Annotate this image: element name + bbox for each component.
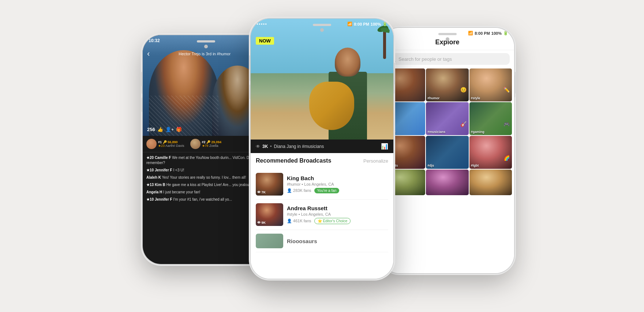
- rank2-name: ★78 Zoella: [202, 144, 222, 148]
- cell-label-3: #style: [471, 96, 480, 100]
- broadcast-thumb-3: [256, 234, 283, 248]
- center-phone-screen: ●●●●● 📶 8:00 PM 100% 🔋: [251, 19, 393, 279]
- broadcast-item-2[interactable]: 👁 9K Andrea Russett #style • Los Angeles…: [256, 200, 388, 230]
- chat-msg-4: ★13 Kim B He gave me a kiss at Playlist …: [146, 182, 265, 187]
- center-phone-camera: [320, 28, 324, 32]
- center-time: 8:00 PM: [354, 22, 369, 26]
- chat-msg-3: Alaleh K Yes! Your stories are really so…: [146, 175, 265, 180]
- viewer-count: 256: [147, 127, 155, 132]
- broadcast-item-1[interactable]: 👁 7K King Bach #humor • Los Angeles, CA …: [256, 169, 388, 200]
- left-status-time: 10:32: [149, 38, 160, 43]
- phone-right-top: [381, 28, 514, 57]
- add-friend-icon[interactable]: 👤+: [165, 127, 174, 132]
- left-phone-camera: [204, 45, 208, 48]
- chat-msg-6: ★10 Jennifer F I'm your #1 fan, i've wat…: [146, 197, 265, 202]
- center-battery: 100%: [371, 22, 381, 26]
- right-phone-power: [514, 75, 515, 97]
- center-phone-power: [393, 70, 394, 94]
- fan-badge-1: You're a fan: [314, 188, 340, 193]
- video-eye-count: 3K: [262, 144, 268, 149]
- broadcast-thumb-viewers-2: 👁 9K: [257, 221, 266, 224]
- rank2-position: #2 🔑 29,094: [202, 140, 222, 144]
- video-eye-icon: 👁: [256, 144, 260, 149]
- bullet-separator: •: [270, 144, 272, 149]
- center-phone-volume: [250, 66, 251, 81]
- left-status-bar: 10:32 👁: [143, 35, 269, 45]
- broadcast-thumb-2: 👁 9K: [256, 203, 283, 226]
- explore-cell-2[interactable]: #humor 😊: [426, 68, 468, 101]
- broadcast-tag-1: #humor • Los Angeles, CA: [287, 182, 388, 186]
- right-phone-screen: oo 📶 8:00 PM 100% 🔋 Explore 🔍 Search for: [381, 28, 514, 273]
- video-info-bar: 👁 3K • Diana Jang in #musicians 📊: [251, 140, 393, 153]
- explore-grid: #humor 😊 #style ✏️ #dance #musicians 🎸: [381, 68, 514, 196]
- personalize-button[interactable]: Personalize: [363, 158, 388, 164]
- center-wifi-icon: 📶: [347, 22, 352, 26]
- chat-msg-5: Angela H I just became your fan!: [146, 190, 265, 195]
- cell-label-8: #djs: [427, 164, 434, 167]
- broadcast-item-3[interactable]: Riooosaurs: [256, 230, 388, 252]
- cell-label-5: #musicians: [427, 130, 445, 134]
- explore-cell-6[interactable]: #gaming 🎮: [469, 102, 512, 135]
- broadcast-name-3: Riooosaurs: [287, 238, 317, 244]
- editor-badge-2: ⭐ Editor's Choice: [314, 218, 351, 224]
- center-battery-icon: 🔋: [382, 22, 387, 26]
- cell-label-9: #lgbt: [471, 164, 479, 167]
- cell-label-6: #gaming: [471, 130, 484, 134]
- explore-cell-9[interactable]: #lgbt 🌈: [469, 136, 512, 169]
- recommended-section: Recommended Broadcasts Personalize 👁 7K …: [251, 153, 393, 257]
- recommended-title: Recommended Broadcasts: [256, 157, 331, 164]
- left-phone-volume: [142, 79, 143, 94]
- right-phone-camera: [446, 37, 449, 41]
- chat-msg-2: ★10 Jennifer F I <3 U!: [146, 168, 265, 173]
- broadcast-name-1: King Bach: [287, 175, 388, 181]
- left-phone-volume2: [142, 97, 143, 112]
- explore-cell-3[interactable]: #style ✏️: [469, 68, 512, 101]
- video-description: Diana Jang in #musicians: [274, 144, 324, 149]
- leaderboard: #1 🔑 56,890 ★23 Aarthri Davis #2 🔑 29,09…: [143, 136, 269, 152]
- phone-center: ●●●●● 📶 8:00 PM 100% 🔋: [251, 19, 393, 279]
- chart-icon: 📊: [381, 143, 388, 150]
- explore-cell-8[interactable]: #djs: [426, 136, 468, 169]
- broadcast-info-1: King Bach #humor • Los Angeles, CA 👤 283…: [287, 175, 388, 193]
- rank1-position: #1 🔑 56,890: [158, 140, 184, 144]
- explore-cell-12[interactable]: [469, 170, 512, 195]
- broadcast-info-2: Andrea Russett #style • Los Angeles, CA …: [287, 205, 388, 224]
- broadcast-fans-1: 👤 283K fans You're a fan: [287, 188, 388, 193]
- rank1-name: ★23 Aarthri Davis: [158, 144, 184, 148]
- phone-right: oo 📶 8:00 PM 100% 🔋 Explore 🔍 Search for: [381, 28, 514, 273]
- broadcast-thumb-1: 👁 7K: [256, 173, 283, 196]
- broadcast-fans-2: 👤 461K fans ⭐ Editor's Choice: [287, 218, 388, 224]
- thumb-icon: 👍: [157, 127, 163, 132]
- explore-cell-5[interactable]: #musicians 🎸: [426, 102, 468, 135]
- chat-container: ★20 Camille F We met at the YouNow booth…: [143, 152, 269, 207]
- phones-container: 10:32 👁: [121, 6, 523, 306]
- leader-rank2: #2 🔑 29,094 ★78 Zoella: [190, 139, 222, 149]
- center-signal-dots: ●●●●●: [257, 22, 267, 26]
- right-phone-speaker: [438, 33, 457, 35]
- leader-rank1: #1 🔑 56,890 ★23 Aarthri Davis: [146, 139, 184, 149]
- broadcast-thumb-viewers-1: 👁 7K: [257, 190, 266, 194]
- center-phone-volume2: [250, 85, 251, 99]
- cell-label-2: #humor: [427, 96, 439, 100]
- broadcast-name-2: Andrea Russett: [287, 205, 388, 211]
- broadcast-tag-2: #style • Los Angeles, CA: [287, 212, 388, 216]
- chat-msg-1: ★20 Camille F We met at the YouNow booth…: [146, 155, 265, 166]
- explore-cell-11[interactable]: [426, 170, 468, 195]
- center-status-bar: ●●●●● 📶 8:00 PM 100% 🔋: [251, 19, 393, 28]
- gift-icon[interactable]: 🎁: [176, 127, 182, 132]
